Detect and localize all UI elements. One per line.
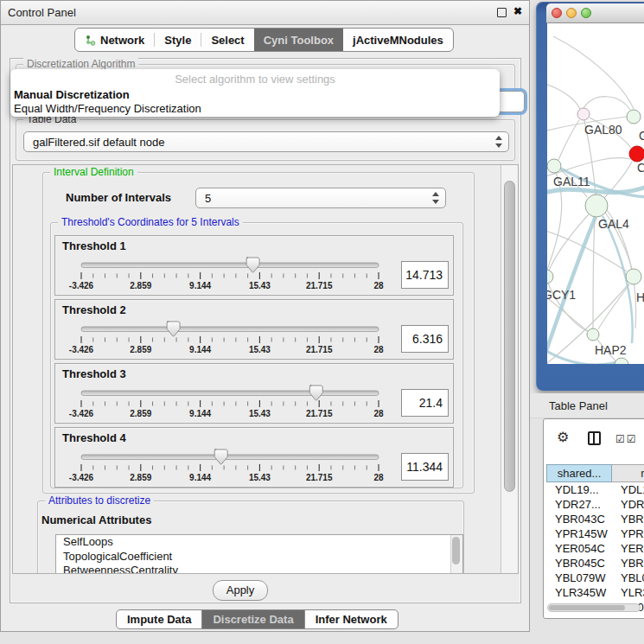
threshold-slider[interactable]: -3.4262.8599.14415.4321.71528 (57, 255, 405, 295)
table-cell[interactable]: YBL07 (612, 571, 644, 585)
threshold-value-field[interactable]: 14.713 (401, 261, 449, 289)
select-columns-icon[interactable]: ☑☑ (615, 433, 638, 445)
table-row[interactable]: YBR043CYBR04 (546, 512, 644, 526)
table-cell[interactable]: YBR043C (546, 512, 612, 526)
slider-track[interactable] (81, 455, 379, 460)
network-node-top-right[interactable] (627, 110, 641, 124)
slider-track[interactable] (81, 391, 379, 396)
tab-impute-data[interactable]: Impute Data (117, 610, 201, 628)
network-node-right-mid[interactable] (626, 269, 641, 284)
table-cell[interactable]: YPR14 (612, 526, 644, 541)
tab-discretize-data[interactable]: Discretize Data (201, 610, 304, 628)
tab-infer-network[interactable]: Infer Network (305, 610, 398, 628)
table-panel-title: Table Panel (549, 399, 608, 412)
network-window-titlebar[interactable] (546, 3, 644, 23)
panel-scrollbar-thumb[interactable] (504, 181, 515, 492)
dropdown-option-manual-discretization[interactable]: Manual Discretization (13, 88, 130, 102)
column-header-name[interactable]: name (612, 464, 644, 482)
threshold-slider[interactable]: -3.4262.8599.14415.4321.71528 (57, 447, 405, 487)
threshold-value-field[interactable]: 6.316 (401, 325, 449, 353)
threshold-value-field[interactable]: 21.4 (401, 389, 449, 417)
svg-text:15.43: 15.43 (249, 473, 271, 482)
threshold-value-field[interactable]: 11.344 (401, 453, 449, 481)
svg-text:21.715: 21.715 (306, 409, 333, 418)
network-node-gal11[interactable] (547, 159, 561, 173)
network-canvas[interactable]: GAL80GACGAL11GAL4GCY1HHAP2 (547, 23, 644, 364)
gear-icon[interactable]: ⚙ (557, 429, 569, 445)
attribute-item[interactable]: BetweennessCentrality (56, 564, 462, 574)
panel-scrollbar[interactable] (501, 165, 519, 573)
table-row[interactable]: YPR145WYPR14 (546, 526, 644, 541)
table-row[interactable]: YDL19...YDL19 (546, 482, 644, 497)
table-row[interactable]: YER054CYER05 (546, 541, 644, 556)
threshold-slider[interactable]: -3.4262.8599.14415.4321.71528 (57, 319, 405, 359)
table-row[interactable]: YBR045CYBR04 (546, 556, 644, 571)
tab-select-label: Select (211, 34, 244, 47)
split-columns-icon[interactable] (588, 431, 601, 445)
svg-text:9.144: 9.144 (189, 473, 211, 482)
network-edge (549, 214, 589, 271)
threshold-panel-4: Threshold 4-3.4262.8599.14415.4321.71528… (54, 427, 454, 488)
slider-thumb[interactable] (309, 386, 322, 400)
dropdown-placeholder: Select algorithm to view settings (10, 73, 500, 86)
combo-stepper-icon (432, 192, 439, 204)
network-node-gal80[interactable] (577, 108, 590, 120)
list-scrollbar[interactable] (450, 535, 462, 574)
table-cell[interactable]: YDR27... (546, 497, 612, 512)
close-traffic-light[interactable] (552, 8, 562, 18)
table-row[interactable]: YBL079WYBL07 (546, 571, 644, 585)
dropdown-option-equal-width-frequency[interactable]: Equal Width/Frequency Discretization (13, 102, 201, 116)
attribute-item[interactable]: SelfLoops (56, 535, 462, 550)
numerical-attributes-list[interactable]: SelfLoopsTopologicalCoefficientBetweenne… (55, 534, 463, 574)
tab-select[interactable]: Select (201, 29, 253, 51)
network-node-gal4[interactable] (585, 194, 608, 217)
tab-jactivemnodules[interactable]: jActiveMNodules (343, 29, 453, 51)
list-scrollbar-thumb[interactable] (452, 537, 460, 564)
table-row[interactable]: YLR345WYLR34 (546, 585, 644, 600)
threshold-label: Threshold 2 (62, 303, 126, 316)
table-cell[interactable]: YPR145W (546, 526, 612, 541)
table-cell[interactable]: YBR045C (546, 556, 612, 571)
number-of-intervals-combobox[interactable]: 5 (195, 188, 446, 208)
zoom-traffic-light[interactable] (581, 8, 591, 18)
tab-cyni-toolbox[interactable]: Cyni Toolbox (254, 29, 343, 51)
close-icon[interactable]: ✖ (513, 5, 522, 17)
algorithm-combobox[interactable] (497, 91, 525, 112)
table-hscrollbar-thumb[interactable] (549, 605, 625, 610)
table-cell[interactable]: YLR34 (612, 585, 644, 600)
minimize-traffic-light[interactable] (566, 8, 577, 18)
tab-style-label: Style (164, 34, 191, 47)
tab-network[interactable]: Network (75, 29, 154, 51)
table-cell[interactable]: YER05 (612, 541, 644, 556)
table-cell[interactable]: YER054C (546, 541, 612, 556)
table-cell[interactable]: YDR27 (612, 497, 644, 512)
network-node-red[interactable] (629, 146, 644, 162)
svg-text:2.859: 2.859 (130, 345, 151, 354)
slider-thumb[interactable] (246, 258, 259, 272)
table-cell[interactable]: YBR04 (612, 512, 644, 526)
slider-track[interactable] (81, 263, 379, 268)
table-cell[interactable]: YDL19 (612, 482, 644, 497)
table-data-combobox[interactable]: galFiltered.sif default node (23, 131, 509, 152)
slider-track[interactable] (81, 327, 379, 332)
tab-style[interactable]: Style (155, 29, 201, 51)
float-window-icon[interactable] (497, 8, 507, 17)
attribute-item[interactable]: TopologicalCoefficient (56, 550, 462, 564)
table-cell[interactable]: YLR345W (546, 585, 612, 600)
panel-title: Control Panel (8, 6, 76, 19)
thresholds-group-label: Threshold's Coordinates for 5 Intervals (58, 216, 243, 228)
slider-thumb[interactable] (214, 450, 227, 464)
table-cell[interactable]: YDL19... (546, 482, 612, 497)
column-header-shared-name[interactable]: shared... (546, 464, 612, 482)
slider-thumb[interactable] (167, 322, 180, 336)
apply-button[interactable]: Apply (213, 580, 268, 601)
table-cell[interactable]: YBL079W (546, 571, 612, 585)
table-row[interactable]: YDR27...YDR27 (546, 497, 644, 512)
table-cell[interactable]: YBR04 (612, 556, 644, 571)
network-node-hap2[interactable] (587, 328, 599, 341)
network-node-gcy1[interactable] (547, 270, 553, 284)
combo-stepper-icon (495, 136, 502, 148)
table-hscrollbar[interactable] (547, 603, 641, 612)
network-node-bottom[interactable] (615, 358, 628, 364)
threshold-slider[interactable]: -3.4262.8599.14415.4321.71528 (57, 383, 405, 423)
